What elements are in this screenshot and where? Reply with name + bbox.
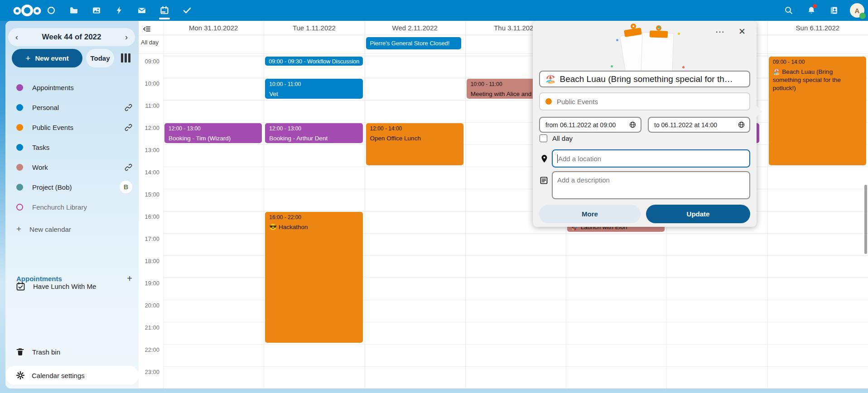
week-label[interactable]: Week 44 of 2022 xyxy=(42,33,101,42)
share-link-icon[interactable] xyxy=(125,163,132,171)
hour-label: 21:00 xyxy=(139,324,159,331)
hour-gridline xyxy=(163,211,868,211)
mail-icon[interactable] xyxy=(130,0,153,21)
event-title: Booking - Arthur Dent xyxy=(269,134,358,143)
hour-label: 13:00 xyxy=(139,147,159,153)
hour-label: 16:00 xyxy=(139,213,159,220)
event-tile[interactable]: 12:00 - 14:00Open Office Lunch xyxy=(366,123,463,165)
column-divider xyxy=(163,21,164,388)
popup-actions-menu-icon[interactable]: ⋯ xyxy=(714,24,727,39)
timezone-globe-icon xyxy=(738,121,745,128)
hour-label: 19:00 xyxy=(139,280,159,287)
avatar-initial: A xyxy=(855,7,860,14)
calendar-list-item[interactable]: Appointments xyxy=(5,77,139,97)
calendar-color-dot xyxy=(16,104,23,111)
new-calendar-button[interactable]: + New calendar xyxy=(5,220,139,238)
calendar-list-item[interactable]: Project (Bob)B xyxy=(5,177,139,197)
event-emoji: 🏖️ xyxy=(773,68,782,75)
hour-gridline xyxy=(163,167,868,167)
hour-gridline xyxy=(163,56,868,56)
event-tile[interactable]: 12:00 - 13:00Booking - Tim (Wizard) xyxy=(164,123,262,143)
event-editor-popup: ⋯ ✕ 🏖️ Beach Luau (Bring something speci… xyxy=(533,21,757,227)
view-columns-icon[interactable] xyxy=(121,53,130,62)
hour-gridline xyxy=(163,366,868,367)
event-time: 12:00 - 13:00 xyxy=(169,125,258,132)
trash-icon xyxy=(16,348,24,356)
shared-by-avatar: B xyxy=(120,181,132,193)
hour-label: 22:00 xyxy=(139,346,159,353)
collapse-sidebar-icon[interactable] xyxy=(143,25,151,33)
location-input[interactable]: Add a location xyxy=(552,149,750,168)
hour-gridline xyxy=(163,189,868,189)
event-tile[interactable]: 09:00 - 09:30 - Workflow Discussion xyxy=(265,57,362,66)
appointment-item[interactable]: Have Lunch With Me xyxy=(5,277,139,295)
hour-label: 12:00 xyxy=(139,125,159,131)
update-button[interactable]: Update xyxy=(646,205,750,223)
nextcloud-logo[interactable] xyxy=(11,3,43,18)
plus-icon: + xyxy=(25,53,30,63)
hour-gridline xyxy=(163,122,868,123)
end-datetime-button[interactable]: to 06.11.2022 at 14:00 xyxy=(648,117,750,133)
calendar-list-item[interactable]: Work xyxy=(5,157,139,177)
activity-icon[interactable] xyxy=(108,0,130,21)
event-tile[interactable]: 09:00 - 14:00🏖️ Beach Luau (Bring someth… xyxy=(769,57,866,165)
close-icon[interactable]: ✕ xyxy=(738,25,747,38)
active-app-indicator xyxy=(159,18,170,19)
allday-event-tile[interactable]: Pierre's General Store Closed! xyxy=(366,37,461,49)
event-tile[interactable]: 10:00 - 11:00Vet xyxy=(265,79,362,99)
calendar-list-item[interactable]: Personal xyxy=(5,97,139,117)
all-day-checkbox[interactable]: All day xyxy=(540,134,573,142)
photos-icon[interactable] xyxy=(85,0,108,21)
hour-gridline xyxy=(163,100,868,101)
event-time: 09:00 - 14:00 xyxy=(773,58,862,66)
calendar-settings-button[interactable]: Calendar settings xyxy=(5,366,139,385)
files-icon[interactable] xyxy=(63,0,85,21)
calendar-color-dot xyxy=(16,164,23,171)
day-header: Mon 31.10.2022 xyxy=(163,21,264,35)
day-header: Sun 6.11.2022 xyxy=(767,21,868,35)
share-link-icon[interactable] xyxy=(125,104,132,111)
start-datetime-button[interactable]: from 06.11.2022 at 09:00 xyxy=(539,117,641,133)
dashboard-icon[interactable] xyxy=(40,0,63,21)
previous-week-button[interactable]: ‹ xyxy=(15,33,18,41)
new-event-button[interactable]: + New event xyxy=(12,49,82,67)
event-tile[interactable]: 12:00 - 13:00Booking - Arthur Dent xyxy=(265,123,362,143)
calendar-check-icon xyxy=(16,282,25,291)
calendar-list-item[interactable]: Public Events xyxy=(5,117,139,137)
calendar-name: Personal xyxy=(32,104,125,111)
calendar-name: Public Events xyxy=(32,124,125,131)
hour-label: 23:00 xyxy=(139,369,159,375)
hour-label: 11:00 xyxy=(139,102,159,109)
notifications-bell-icon[interactable] xyxy=(800,0,823,21)
calendar-select[interactable]: Public Events xyxy=(539,92,750,110)
allday-separator xyxy=(139,53,868,54)
plus-icon: + xyxy=(16,224,21,234)
calendar-color-dot xyxy=(16,84,23,91)
app-navigation xyxy=(40,0,198,21)
hour-label: 14:00 xyxy=(139,169,159,176)
today-button[interactable]: Today xyxy=(86,49,114,67)
next-week-button[interactable]: › xyxy=(125,33,128,41)
header-separator xyxy=(139,35,868,35)
hour-label: 18:00 xyxy=(139,258,159,264)
vertical-scrollbar[interactable] xyxy=(864,185,867,254)
search-icon[interactable] xyxy=(777,0,800,21)
column-divider xyxy=(264,21,264,388)
tasks-icon[interactable] xyxy=(176,0,198,21)
calendar-color-dot xyxy=(16,184,23,191)
event-title-input[interactable]: 🏖️ Beach Luau (Bring something special f… xyxy=(539,71,750,87)
trash-bin-button[interactable]: Trash bin xyxy=(5,343,139,361)
calendar-sidebar: ‹ Week 44 of 2022 › + New event Today Ap… xyxy=(5,21,139,388)
user-avatar[interactable]: A xyxy=(850,3,864,18)
calendar-list-item[interactable]: Tasks xyxy=(5,137,139,157)
description-input[interactable]: Add a description xyxy=(552,171,750,199)
contacts-icon[interactable] xyxy=(823,0,845,21)
more-button[interactable]: More xyxy=(539,205,641,223)
share-link-icon[interactable] xyxy=(125,124,132,131)
event-tile[interactable]: 16:00 - 22:00😎 Hackathon xyxy=(265,212,362,343)
calendar-name: Fenchurch Library xyxy=(32,203,132,211)
checkbox-unchecked[interactable] xyxy=(540,134,547,142)
calendar-icon[interactable] xyxy=(153,0,176,21)
calendar-color-dot xyxy=(545,98,552,105)
calendar-list-item[interactable]: Fenchurch Library xyxy=(5,197,139,217)
